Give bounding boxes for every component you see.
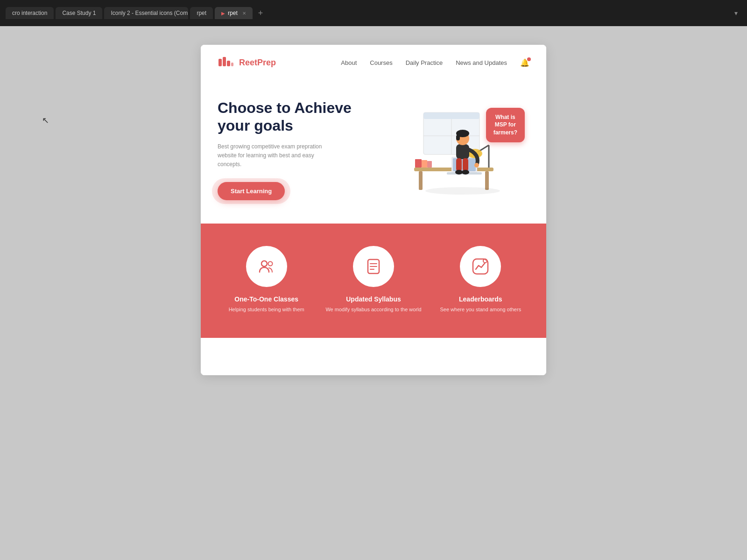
tab-label: Iconly 2 - Essential icons (Communi...: [111, 10, 188, 16]
feature-icon-one-to-one-circle: [246, 246, 287, 287]
svg-point-31: [261, 261, 267, 266]
svg-point-32: [268, 262, 272, 266]
feature-one-to-one-desc: Helping students being with them: [229, 306, 304, 314]
feature-leaderboards-title: Leaderboards: [459, 295, 502, 303]
users-icon: [257, 257, 276, 276]
tab-rpet2-active[interactable]: ▶ rpet ✕: [215, 7, 253, 19]
svg-rect-9: [419, 171, 423, 190]
hero-section: Choose to Achieve your goals Best growin…: [201, 80, 546, 224]
svg-rect-5: [423, 112, 479, 119]
navbar: ReetPrep About Courses Daily Practice Ne…: [201, 45, 546, 80]
svg-rect-3: [231, 63, 233, 66]
nav-daily-practice[interactable]: Daily Practice: [406, 59, 443, 66]
document-icon: [364, 257, 383, 276]
feature-syllabus-desc: We modify syllabus according to the worl…: [325, 306, 421, 314]
svg-point-30: [425, 187, 500, 195]
svg-rect-27: [463, 158, 468, 171]
browser-chrome: cro interaction Case Study 1 Iconly 2 - …: [0, 0, 747, 26]
svg-point-29: [462, 170, 469, 175]
nav-courses[interactable]: Courses: [370, 59, 392, 66]
tab-micro-interaction[interactable]: cro interaction: [6, 7, 54, 19]
feature-icon-syllabus-circle: [353, 246, 394, 287]
svg-rect-13: [427, 161, 432, 168]
cursor-indicator: ↖: [42, 115, 49, 126]
logo-icon: [218, 54, 234, 71]
feature-one-to-one: One-To-One Classes Helping students bein…: [218, 246, 315, 314]
feature-syllabus-title: Updated Syllabus: [346, 295, 401, 303]
chart-icon: [471, 257, 490, 276]
nav-news-updates[interactable]: News and Updates: [456, 59, 507, 66]
feature-leaderboards-desc: See where you stand among others: [440, 306, 521, 314]
tab-case-study[interactable]: Case Study 1: [56, 7, 102, 19]
hero-text: Choose to Achieve your goals Best growin…: [218, 99, 374, 200]
notification-bell-icon[interactable]: 🔔: [520, 58, 529, 67]
msp-callout-bubble: What is MSP for farmers?: [486, 108, 525, 142]
tab-label: Case Study 1: [62, 10, 96, 16]
hero-illustration: What is MSP for farmers?: [374, 103, 529, 196]
logo-area: ReetPrep: [218, 54, 276, 71]
add-tab-button[interactable]: +: [254, 7, 267, 20]
hero-title: Choose to Achieve your goals: [218, 99, 374, 135]
svg-point-25: [474, 163, 479, 168]
tabs-dropdown-icon[interactable]: ▾: [731, 7, 741, 19]
svg-rect-24: [456, 135, 460, 140]
feature-icon-leaderboards-circle: [460, 246, 501, 287]
features-section: One-To-One Classes Helping students bein…: [201, 224, 546, 338]
hero-description: Best growing competitive exam prepration…: [218, 142, 339, 169]
svg-rect-1: [223, 57, 226, 66]
bottom-white-area: [201, 338, 546, 375]
close-tab-icon[interactable]: ✕: [242, 11, 246, 16]
notification-dot: [527, 57, 531, 61]
svg-rect-11: [415, 159, 422, 168]
cta-button-wrapper: Start Learning: [218, 182, 285, 200]
nav-about[interactable]: About: [341, 59, 357, 66]
svg-point-28: [455, 170, 463, 175]
logo-text: ReetPrep: [239, 58, 276, 68]
start-learning-button[interactable]: Start Learning: [218, 182, 285, 200]
svg-rect-0: [218, 59, 222, 66]
svg-rect-26: [456, 158, 462, 171]
svg-rect-2: [227, 61, 230, 66]
svg-rect-10: [485, 171, 489, 190]
feature-one-to-one-title: One-To-One Classes: [234, 295, 298, 303]
canvas-area: ↖ ReetPrep About Courses Daily Practice …: [0, 26, 747, 560]
tab-rpet1[interactable]: rpet: [190, 7, 213, 19]
svg-point-39: [486, 259, 487, 261]
tab-label: rpet: [197, 10, 206, 16]
nav-links: About Courses Daily Practice News and Up…: [341, 58, 529, 67]
svg-rect-21: [456, 144, 469, 159]
tab-iconly[interactable]: Iconly 2 - Essential icons (Communi...: [104, 7, 188, 19]
svg-rect-12: [422, 160, 427, 168]
play-icon: ▶: [221, 11, 225, 16]
tab-label: rpet: [228, 10, 238, 16]
website-card: ReetPrep About Courses Daily Practice Ne…: [201, 45, 546, 375]
feature-leaderboards: Leaderboards See where you stand among o…: [432, 246, 529, 314]
feature-updated-syllabus: Updated Syllabus We modify syllabus acco…: [324, 246, 422, 314]
tab-label: cro interaction: [12, 10, 47, 16]
